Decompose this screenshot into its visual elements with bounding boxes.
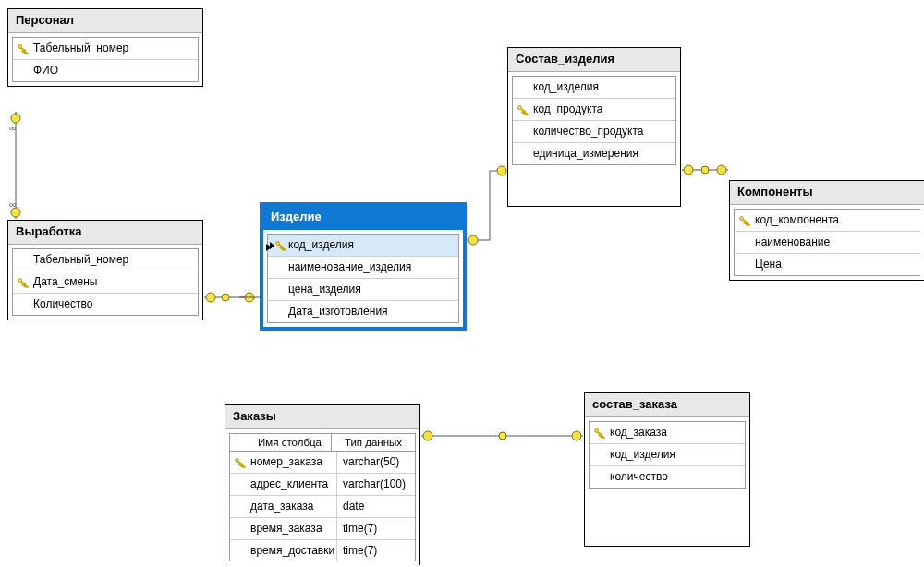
field-name: код_продукта <box>531 99 675 120</box>
svg-point-7 <box>245 293 254 302</box>
field-row[interactable]: номер_заказа varchar(50) <box>230 452 415 473</box>
field-name: код_изделия <box>608 444 745 465</box>
entity-title: Персонал <box>8 9 202 33</box>
field-row[interactable]: время_заказа time(7) <box>230 517 415 539</box>
primary-key-icon <box>739 215 749 225</box>
svg-point-10 <box>497 166 506 175</box>
field-row[interactable]: Дата_изготовления <box>268 300 458 322</box>
field-row[interactable]: цена_изделия <box>268 278 458 300</box>
entity-title: Изделие <box>263 206 463 230</box>
field-row[interactable]: Табельный_номер <box>13 38 198 59</box>
field-row[interactable]: количество_продукта <box>513 120 675 142</box>
row-cursor-icon <box>266 244 272 251</box>
svg-point-17 <box>572 431 581 440</box>
field-name: адрес_клиента <box>249 474 336 495</box>
field-name: Цена <box>753 254 920 275</box>
field-type: varchar(50) <box>336 452 415 473</box>
field-name: код_изделия <box>286 235 458 256</box>
primary-key-icon <box>18 43 28 54</box>
field-name: время_заказа <box>249 518 336 539</box>
entity-personal[interactable]: Персонал Табельный_номер ФИО <box>7 8 203 87</box>
field-name: количество_продукта <box>531 121 675 142</box>
field-name: единица_измерения <box>531 143 675 164</box>
primary-key-icon <box>275 240 286 250</box>
entity-title: Выработка <box>8 221 202 245</box>
entity-sostav-izdelija[interactable]: Состав_изделия код_изделия код_продукта … <box>507 47 681 207</box>
field-name: наименование_изделия <box>286 257 458 278</box>
entity-izdelie[interactable]: Изделие код_изделия наименование_изделия… <box>260 202 467 331</box>
svg-point-14 <box>701 166 709 174</box>
field-list: Табельный_номер ФИО <box>12 37 199 82</box>
field-type: time(7) <box>336 540 415 561</box>
field-list: код_изделия код_продукта количество_прод… <box>512 76 676 165</box>
field-name: код_изделия <box>531 77 675 98</box>
field-row[interactable]: Дата_смены <box>13 271 198 293</box>
field-row[interactable]: код_изделия <box>513 77 675 98</box>
entity-vyrabotka[interactable]: Выработка Табельный_номер Дата_смены Кол… <box>7 220 203 320</box>
field-row[interactable]: наименование <box>735 231 920 253</box>
field-type: time(7) <box>336 518 415 539</box>
field-name: номер_заказа <box>249 452 336 473</box>
field-name: количество <box>608 466 745 488</box>
entity-title: состав_заказа <box>585 393 749 417</box>
svg-point-18 <box>499 432 506 440</box>
field-row[interactable]: время_доставки time(7) <box>230 539 415 561</box>
field-name: цена_изделия <box>286 279 458 300</box>
svg-point-16 <box>423 431 432 440</box>
field-row[interactable]: единица_измерения <box>513 142 675 164</box>
field-name: Табельный_номер <box>31 38 198 59</box>
svg-text:∞: ∞ <box>9 199 16 210</box>
col-header-name: Имя столбца <box>249 434 332 452</box>
field-name: код_компонента <box>753 210 920 231</box>
entity-title: Компоненты <box>730 181 924 205</box>
field-name: Дата_изготовления <box>286 301 458 322</box>
field-name: Количество <box>31 294 198 315</box>
entity-sostav-zakaza[interactable]: состав_заказа код_заказа код_изделия кол… <box>584 392 750 547</box>
entity-zakazy[interactable]: Заказы Имя столбца Тип данных номер_зака… <box>225 404 420 565</box>
field-row[interactable]: ФИО <box>13 59 198 81</box>
entity-komponenty[interactable]: Компоненты код_компонента наименование Ц… <box>729 180 924 281</box>
field-list: код_изделия наименование_изделия цена_из… <box>267 234 459 323</box>
field-type: varchar(100) <box>336 474 415 495</box>
field-name: код_заказа <box>608 422 745 443</box>
field-row[interactable]: адрес_клиента varchar(100) <box>230 473 415 495</box>
svg-point-13 <box>717 165 726 175</box>
er-diagram-canvas[interactable]: ∞ ∞ Персонал Табельный_номер <box>0 0 924 567</box>
field-row[interactable]: Цена <box>735 253 920 275</box>
field-row[interactable]: дата_заказа date <box>230 495 415 517</box>
field-row[interactable]: код_продукта <box>513 98 675 120</box>
primary-key-icon <box>18 277 28 287</box>
svg-point-12 <box>684 165 693 175</box>
primary-key-icon <box>594 428 604 438</box>
field-name: дата_заказа <box>249 496 336 517</box>
primary-key-icon <box>235 457 245 467</box>
field-row[interactable]: код_компонента <box>735 210 920 231</box>
primary-key-icon <box>517 104 528 115</box>
svg-point-1 <box>11 114 20 123</box>
field-name: Дата_смены <box>31 271 198 293</box>
svg-point-9 <box>468 235 478 245</box>
field-row[interactable]: код_изделия <box>590 443 745 465</box>
field-list: код_заказа код_изделия количество <box>589 421 746 489</box>
field-row[interactable]: количество <box>590 465 745 488</box>
svg-text:∞: ∞ <box>9 123 16 133</box>
col-header-type: Тип данных <box>332 434 415 452</box>
field-name: Табельный_номер <box>31 249 198 271</box>
field-list: код_компонента наименование Цена <box>734 209 920 276</box>
entity-title: Заказы <box>225 405 419 429</box>
field-row[interactable]: наименование_изделия <box>268 256 458 278</box>
field-name: время_доставки <box>249 540 336 561</box>
field-row[interactable]: код_заказа <box>590 422 745 443</box>
field-name: ФИО <box>31 60 198 81</box>
column-headers: Имя столбца Тип данных <box>230 434 415 452</box>
svg-point-6 <box>206 293 215 302</box>
field-row[interactable]: Количество <box>13 293 198 315</box>
field-row[interactable]: код_изделия <box>268 235 458 256</box>
field-type: date <box>336 496 415 517</box>
svg-point-8 <box>222 294 229 301</box>
field-row[interactable]: Табельный_номер <box>13 249 198 271</box>
field-list: Имя столбца Тип данных номер_заказа varc… <box>229 433 416 561</box>
field-name: наименование <box>753 232 920 253</box>
svg-point-2 <box>11 208 20 217</box>
entity-title: Состав_изделия <box>508 48 680 72</box>
